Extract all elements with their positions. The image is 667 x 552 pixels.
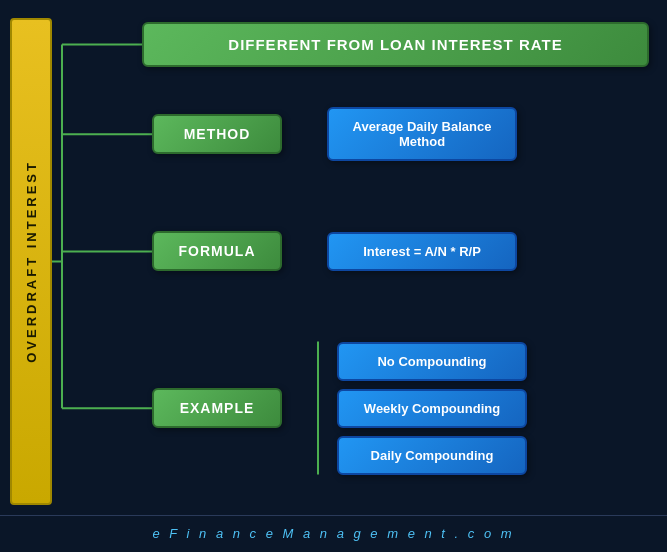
method-box: METHOD xyxy=(152,114,282,154)
top-row: DIFFERENT FROM LOAN INTEREST RATE xyxy=(82,18,649,77)
formula-connector xyxy=(292,250,317,252)
example-box: EXAMPLE xyxy=(152,388,282,428)
branches-wrapper: DIFFERENT FROM LOAN INTEREST RATE xyxy=(82,18,649,505)
example-main-connector xyxy=(292,407,317,409)
daily-compound-value: Daily Compounding xyxy=(337,436,527,475)
top-connector xyxy=(82,44,142,46)
vertical-connector-col xyxy=(82,77,142,505)
formula-row: FORMULA Interest = A/N * R/P xyxy=(152,231,649,271)
daily-compound-connector xyxy=(317,454,337,456)
method-connector xyxy=(292,133,317,135)
formula-value: Interest = A/N * R/P xyxy=(327,232,517,271)
top-box: DIFFERENT FROM LOAN INTEREST RATE xyxy=(142,22,649,67)
tree-content: DIFFERENT FROM LOAN INTEREST RATE xyxy=(52,18,649,505)
no-compound-connector xyxy=(317,360,337,362)
no-compound-value: No Compounding xyxy=(337,342,527,381)
left-label-text: OVERDRAFT INTEREST xyxy=(24,160,39,363)
example-sub-tree: No Compounding Weekly Compounding xyxy=(292,342,649,475)
example-sub-branches: No Compounding Weekly Compounding xyxy=(317,342,649,475)
example-values: No Compounding Weekly Compounding xyxy=(317,342,649,475)
formula-box: FORMULA xyxy=(152,231,282,271)
example-vert-line xyxy=(317,342,319,475)
middle-rows: METHOD Average Daily BalanceMethod FORMU… xyxy=(82,77,649,505)
top-box-text: DIFFERENT FROM LOAN INTEREST RATE xyxy=(228,36,562,53)
weekly-compound-row: Weekly Compounding xyxy=(317,389,649,428)
main-container: OVERDRAFT INTEREST DIFFERENT FROM LOAN I… xyxy=(0,0,667,552)
weekly-compound-connector xyxy=(317,407,337,409)
example-row: EXAMPLE xyxy=(152,342,649,475)
footer-text: e F i n a n c e M a n a g e m e n t . c … xyxy=(152,526,514,541)
method-row: METHOD Average Daily BalanceMethod xyxy=(152,107,649,161)
categories-col: METHOD Average Daily BalanceMethod FORMU… xyxy=(152,77,649,505)
diagram-area: OVERDRAFT INTEREST DIFFERENT FROM LOAN I… xyxy=(0,0,667,515)
weekly-compound-value: Weekly Compounding xyxy=(337,389,527,428)
method-value: Average Daily BalanceMethod xyxy=(327,107,517,161)
daily-compound-row: Daily Compounding xyxy=(317,436,649,475)
no-compound-row: No Compounding xyxy=(317,342,649,381)
left-label: OVERDRAFT INTEREST xyxy=(10,18,52,505)
footer: e F i n a n c e M a n a g e m e n t . c … xyxy=(0,515,667,552)
